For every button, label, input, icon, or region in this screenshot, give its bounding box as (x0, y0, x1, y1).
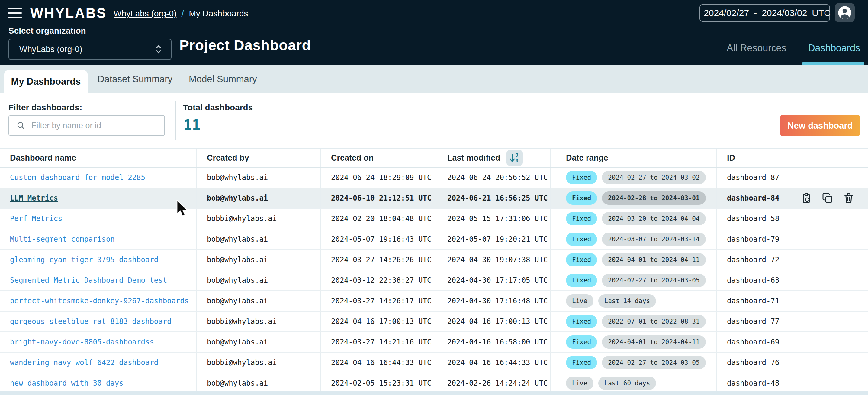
menu-icon[interactable] (8, 7, 22, 19)
dashboards-table: Dashboard name Created by Created on Las… (0, 148, 868, 394)
cell-dashboard-name: LLM Metrics (0, 188, 197, 208)
cell-date-range: Fixed 2024-02-27 to 2024-03-02 (551, 168, 717, 188)
cell-created-on: 2024-03-27 14:21:16 UTC (321, 332, 437, 352)
cell-id: dashboard-58 (717, 209, 868, 229)
breadcrumb: WhyLabs (org-0) / My Dashboards (114, 8, 248, 19)
filter-input[interactable] (31, 121, 158, 131)
filter-divider (176, 101, 176, 140)
new-dashboard-button[interactable]: New dashboard (780, 115, 860, 136)
cell-created-on: 2024-02-20 18:04:48 UTC (321, 209, 437, 229)
range-type-badge: Fixed (566, 171, 597, 184)
cell-date-range: Live Last 14 days (551, 291, 717, 311)
table-row[interactable]: bright-navy-dove-8805-dashboardss bob@wh… (0, 332, 868, 352)
cell-last-modified: 2024-04-16 16:58:00 UTC (437, 332, 551, 352)
cell-date-range: Fixed 2022-07-01 to 2022-08-31 (551, 312, 717, 332)
dashboard-name-link[interactable]: bright-navy-dove-8805-dashboardss (10, 338, 154, 346)
cell-id: dashboard-84 (717, 188, 868, 208)
cell-created-by: bobbi@whylabs.ai (197, 352, 321, 373)
range-value-badge: 2024-02-27 to 2024-03-05 (602, 356, 706, 369)
table-row[interactable]: gleaming-cyan-tiger-3795-dashboard bob@w… (0, 250, 868, 271)
svg-text:9: 9 (515, 152, 518, 158)
nav-tab-all-resources[interactable]: All Resources (727, 43, 786, 54)
page-title: Project Dashboard (179, 37, 311, 54)
dashboard-name-link[interactable]: Segmented Metric Dashboard Demo test (10, 276, 167, 285)
column-header-created-on: Created on (321, 149, 437, 167)
date-range-timezone: UTC (812, 8, 831, 18)
cell-created-by: bob@whylabs.ai (197, 250, 321, 270)
select-chevron-icon (155, 44, 162, 54)
table-row[interactable]: wandering-navy-wolf-6422-dashboard bobbi… (0, 352, 868, 373)
dashboard-name-link[interactable]: LLM Metrics (10, 194, 58, 202)
cell-created-by: bob@whylabs.ai (197, 332, 321, 352)
date-range-end: 2024/03/02 (762, 8, 807, 18)
active-nav-indicator (803, 62, 864, 65)
tab-model-summary[interactable]: Model Summary (189, 65, 257, 93)
dashboard-name-link[interactable]: gorgeous-steelblue-rat-8183-dashboard (10, 317, 172, 326)
cell-created-on: 2024-03-27 14:26:17 UTC (321, 291, 437, 311)
date-range-start: 2024/02/27 (704, 8, 749, 18)
column-header-dashboard-name: Dashboard name (0, 149, 197, 167)
cell-dashboard-name: gleaming-cyan-tiger-3795-dashboard (0, 250, 197, 270)
dashboard-name-link[interactable]: wandering-navy-wolf-6422-dashboard (10, 359, 158, 367)
cell-created-on: 2024-06-10 21:12:51 UTC (321, 188, 437, 208)
table-row[interactable]: Segmented Metric Dashboard Demo test bob… (0, 271, 868, 291)
bottom-scroll-strip[interactable] (0, 391, 868, 395)
table-row[interactable]: Custom dashboard for model-2285 bob@whyl… (0, 168, 868, 188)
cell-last-modified: 2024-05-07 19:20:21 UTC (437, 229, 551, 249)
cell-last-modified: 2024-04-30 17:16:48 UTC (437, 291, 551, 311)
cell-created-by: bob@whylabs.ai (197, 229, 321, 249)
delete-icon[interactable] (843, 192, 855, 204)
cell-id: dashboard-48 (717, 373, 868, 393)
table-row[interactable]: new dashboard with 30 days bob@whylabs.a… (0, 373, 868, 394)
column-header-date-range: Date range (551, 149, 717, 167)
dashboard-name-link[interactable]: Perf Metrics (10, 215, 62, 223)
cell-created-by: bob@whylabs.ai (197, 271, 321, 290)
table-row[interactable]: LLM Metrics bob@whylabs.ai 2024-06-10 21… (0, 188, 868, 209)
cell-created-by: bob@whylabs.ai (197, 188, 321, 208)
breadcrumb-org-link[interactable]: WhyLabs (org-0) (114, 9, 177, 19)
cell-dashboard-name: Custom dashboard for model-2285 (0, 168, 197, 188)
table-row[interactable]: perfect-whitesmoke-donkey-9267-dashboard… (0, 291, 868, 312)
cell-created-by: bob@whylabs.ai (197, 373, 321, 393)
total-dashboards-count: 11 (184, 117, 200, 133)
cell-last-modified: 2024-04-30 17:17:05 UTC (437, 271, 551, 290)
org-selector[interactable]: WhyLabs (org-0) (8, 39, 172, 60)
duplicate-icon[interactable] (822, 192, 834, 204)
table-row[interactable]: Multi-segment comparison bob@whylabs.ai … (0, 229, 868, 250)
sort-descending-icon: 9 0 (508, 151, 521, 165)
breadcrumb-separator: / (182, 8, 184, 19)
dashboard-name-link[interactable]: Custom dashboard for model-2285 (10, 173, 145, 182)
range-value-badge: 2024-04-01 to 2024-04-11 (602, 253, 706, 266)
org-selector-value: WhyLabs (org-0) (19, 45, 83, 54)
nav-tab-dashboards[interactable]: Dashboards (808, 43, 860, 54)
cell-id: dashboard-79 (717, 229, 868, 249)
user-avatar-icon (837, 5, 852, 21)
tab-dataset-summary[interactable]: Dataset Summary (98, 65, 173, 93)
dashboard-name-link[interactable]: gleaming-cyan-tiger-3795-dashboard (10, 256, 158, 264)
cell-created-by: bob@whylabs.ai (197, 291, 321, 311)
dashboard-name-link[interactable]: perfect-whitesmoke-donkey-9267-dashboard… (10, 297, 189, 305)
column-header-id: ID (717, 149, 868, 167)
table-header-row: Dashboard name Created by Created on Las… (0, 148, 868, 168)
range-type-badge: Live (566, 376, 593, 390)
top-header: WHYLABS WhyLabs (org-0) / My Dashboards … (0, 0, 868, 65)
table-row[interactable]: gorgeous-steelblue-rat-8183-dashboard bo… (0, 312, 868, 332)
cell-created-by: bob@whylabs.ai (197, 168, 321, 188)
copy-id-icon[interactable] (800, 192, 812, 204)
dashboard-tabstrip: My Dashboards Dataset Summary Model Summ… (0, 65, 868, 93)
filter-label: Filter dashboards: (8, 103, 82, 113)
dashboard-name-link[interactable]: Multi-segment comparison (10, 235, 115, 244)
date-range-picker[interactable]: 1 2024/02/27 - 2024/03/02 UTC (700, 4, 830, 22)
sort-descending-button[interactable]: 9 0 (506, 150, 523, 166)
cell-id: dashboard-69 (717, 332, 868, 352)
cell-last-modified: 2024-04-16 17:00:13 UTC (437, 312, 551, 332)
cell-last-modified: 2024-06-21 16:56:25 UTC (437, 188, 551, 208)
cell-id: dashboard-72 (717, 250, 868, 270)
tab-my-dashboards[interactable]: My Dashboards (4, 70, 88, 93)
dashboard-name-link[interactable]: new dashboard with 30 days (10, 379, 124, 388)
cell-id: dashboard-76 (717, 352, 868, 373)
cell-date-range: Fixed 2024-03-07 to 2024-03-14 (551, 229, 717, 249)
table-row[interactable]: Perf Metrics bobbi@whylabs.ai 2024-02-20… (0, 209, 868, 229)
whylabs-logo: WHYLABS (30, 5, 107, 21)
user-avatar[interactable] (835, 3, 855, 22)
